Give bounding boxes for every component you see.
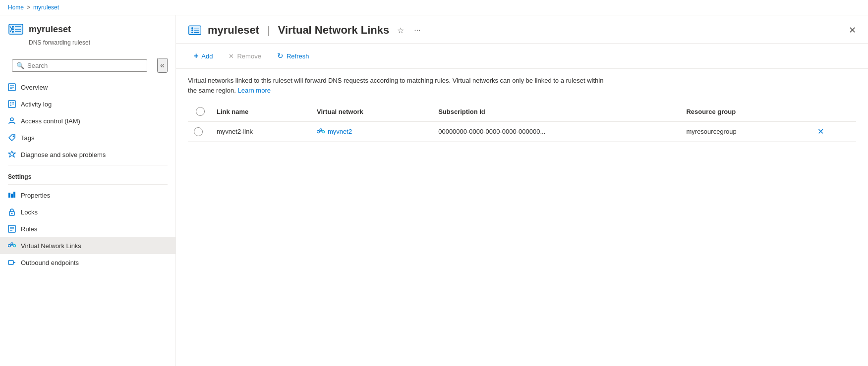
tags-label: Tags [21, 134, 34, 142]
properties-label: Properties [21, 192, 50, 199]
svg-point-5 [12, 26, 14, 28]
settings-divider [8, 165, 168, 165]
search-input[interactable] [27, 62, 143, 69]
resource-icon [8, 21, 24, 37]
table-row: myvnet2-link [188, 121, 856, 142]
collapse-sidebar-button[interactable]: « [157, 58, 168, 73]
svg-rect-21 [13, 192, 15, 198]
row-radio[interactable] [194, 127, 203, 136]
diagnose-icon [8, 151, 16, 158]
link-name-header: Link name [211, 102, 311, 121]
breadcrumb-separator: > [27, 4, 30, 11]
sidebar-item-outbound-endpoints[interactable]: Outbound endpoints [0, 254, 175, 271]
app-container: Home > myruleset [0, 0, 868, 366]
resource-group-cell: myresourcegroup [680, 121, 810, 142]
breadcrumb-home[interactable]: Home [8, 4, 24, 11]
svg-point-41 [191, 27, 193, 29]
favorite-icon[interactable]: ☆ [395, 24, 406, 37]
sidebar-item-properties[interactable]: Properties [0, 187, 175, 204]
nav-items: Overview Activity log Access control (IA… [0, 79, 175, 163]
table-container: Link name Virtual network Subscription I… [176, 102, 868, 366]
svg-point-30 [11, 243, 13, 245]
sidebar-item-virtual-network-links[interactable]: Virtual Network Links [0, 237, 175, 254]
settings-nav-items: Properties Locks Rules [0, 187, 175, 271]
diagnose-label: Diagnose and solve problems [21, 151, 106, 158]
rules-label: Rules [21, 225, 37, 233]
delete-row-button[interactable]: ✕ [815, 125, 826, 138]
sidebar-item-access-control[interactable]: Access control (IAM) [0, 112, 175, 129]
virtual-network-cell: myvnet2 [311, 121, 432, 142]
sidebar: myruleset DNS forwarding ruleset 🔍 « [0, 15, 176, 366]
breadcrumb: Home > myruleset [0, 0, 868, 15]
page-title-resource: myruleset [208, 24, 259, 37]
access-control-icon [8, 117, 16, 125]
overview-label: Overview [21, 84, 48, 91]
close-icon[interactable]: ✕ [849, 25, 856, 36]
add-button[interactable]: + Add [188, 49, 219, 63]
sidebar-item-locks[interactable]: Locks [0, 204, 175, 220]
remove-button[interactable]: ✕ Remove [223, 50, 267, 63]
svg-point-23 [11, 213, 13, 214]
svg-rect-20 [11, 194, 13, 198]
virtual-network-links-icon [8, 242, 16, 250]
sidebar-item-rules[interactable]: Rules [0, 220, 175, 237]
sidebar-item-activity-log[interactable]: Activity log [0, 96, 175, 112]
link-name-cell: myvnet2-link [211, 121, 311, 142]
activity-log-label: Activity log [21, 101, 52, 108]
title-divider: | [267, 24, 270, 37]
outbound-endpoints-icon [8, 259, 16, 266]
remove-icon: ✕ [229, 52, 234, 60]
svg-point-18 [13, 136, 14, 137]
svg-point-42 [191, 32, 193, 34]
subscription-id-header: Subscription Id [432, 102, 680, 121]
table-header-row: Link name Virtual network Subscription I… [188, 102, 856, 121]
page-title-section: Virtual Network Links [278, 24, 390, 37]
svg-rect-34 [8, 261, 13, 264]
svg-point-29 [13, 245, 16, 247]
delete-cell[interactable]: ✕ [810, 121, 856, 142]
subscription-id-cell: 00000000-0000-0000-0000-000000... [432, 121, 680, 142]
svg-point-6 [12, 31, 14, 33]
select-all-header[interactable] [188, 102, 211, 121]
row-select-cell[interactable] [188, 121, 211, 142]
resource-group-header: Resource group [680, 102, 810, 121]
svg-point-45 [320, 129, 322, 131]
search-box: 🔍 [12, 59, 147, 72]
activity-log-icon [8, 100, 16, 108]
links-table: Link name Virtual network Subscription I… [188, 102, 856, 142]
rules-icon [8, 225, 16, 233]
search-icon: 🔍 [16, 62, 24, 69]
locks-icon [8, 208, 16, 216]
breadcrumb-current[interactable]: myruleset [33, 4, 59, 11]
access-control-label: Access control (IAM) [21, 117, 80, 125]
vnet-icon [317, 128, 325, 136]
virtual-network-header: Virtual network [311, 102, 432, 121]
refresh-button[interactable]: ↻ Refresh [271, 49, 315, 63]
ruleset-icon [8, 21, 24, 37]
svg-point-37 [191, 29, 193, 31]
add-icon: + [194, 52, 198, 60]
refresh-icon: ↻ [277, 52, 284, 60]
vnet-name: myvnet2 [328, 128, 352, 135]
title-resource-icon [188, 23, 202, 37]
sidebar-item-overview[interactable]: Overview [0, 79, 175, 96]
svg-point-44 [322, 130, 325, 133]
actions-header [810, 102, 856, 121]
select-all-radio[interactable] [196, 107, 205, 116]
content-area: myruleset | Virtual Network Links ☆ ··· … [176, 15, 868, 366]
learn-more-link[interactable]: Learn more [237, 87, 270, 94]
settings-divider-2 [8, 184, 168, 185]
sidebar-header: myruleset DNS forwarding ruleset [0, 15, 175, 54]
vnet-link[interactable]: myvnet2 [317, 128, 426, 136]
svg-rect-11 [8, 101, 15, 107]
table-body: myvnet2-link [188, 121, 856, 142]
svg-rect-19 [8, 193, 10, 198]
outbound-endpoints-label: Outbound endpoints [21, 259, 79, 266]
sidebar-item-tags[interactable]: Tags [0, 129, 175, 146]
description-text: Virtual networks linked to this ruleset … [176, 69, 622, 102]
more-options-icon[interactable]: ··· [412, 24, 422, 37]
sidebar-item-diagnose[interactable]: Diagnose and solve problems [0, 146, 175, 163]
tags-icon [8, 134, 16, 142]
svg-point-17 [10, 118, 13, 121]
remove-label: Remove [237, 52, 261, 60]
